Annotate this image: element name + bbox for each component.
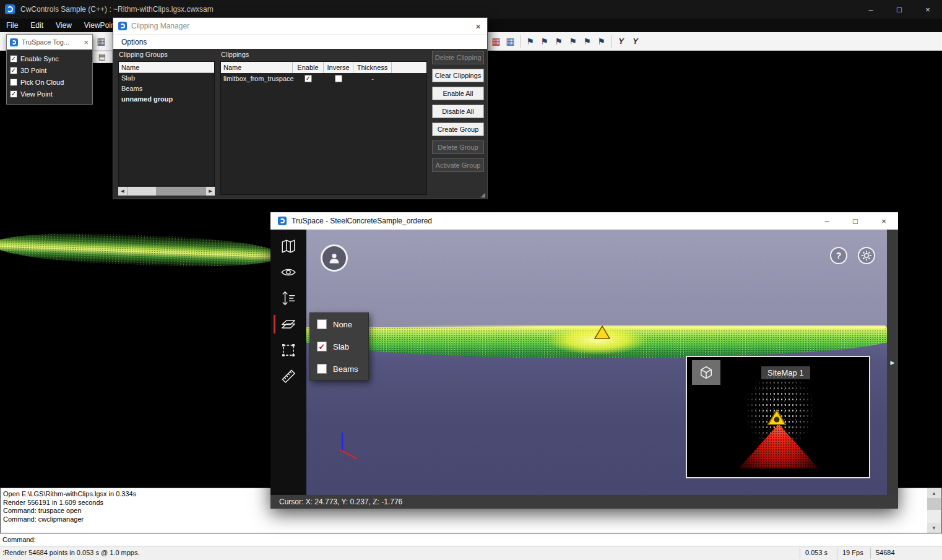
- resize-grip[interactable]: ◢: [480, 191, 485, 198]
- truspace-minimize-button[interactable]: –: [813, 212, 841, 230]
- toggle-3d-point[interactable]: ✓ 3D Point: [7, 64, 92, 76]
- sidebar-item-clipping[interactable]: [270, 311, 306, 337]
- disable-all-button[interactable]: Disable All: [432, 105, 484, 118]
- toggle-view-point[interactable]: ✓ View Point: [7, 88, 92, 100]
- toolbar-clip-icon-3[interactable]: ⚑: [551, 32, 566, 51]
- enable-all-button[interactable]: Enable All: [432, 87, 484, 100]
- clip-option-slab[interactable]: ✓ Slab: [310, 335, 368, 358]
- menu-item-view[interactable]: View: [50, 21, 78, 30]
- beams-checkbox[interactable]: [317, 364, 327, 374]
- sitemap-cube-button[interactable]: [692, 360, 720, 385]
- toolbar-clip-icon-1[interactable]: ⚑: [523, 32, 537, 51]
- toolbar-partial-icon[interactable]: ▦: [94, 32, 108, 51]
- scroll-thumb[interactable]: [127, 187, 156, 196]
- scroll-up-icon[interactable]: ▲: [927, 488, 941, 498]
- toolbar-pick-icon-1[interactable]: Y: [614, 32, 628, 51]
- toggle-enable-sync[interactable]: ✓ Enable Sync: [7, 53, 92, 64]
- truspace-maximize-button[interactable]: □: [841, 212, 870, 230]
- axis-indicator: [337, 431, 358, 461]
- sidebar-item-view[interactable]: [270, 259, 306, 285]
- desktop: CwControls Sample (C++) : ~Rithm-withCli…: [0, 0, 942, 560]
- toolbar-pick-icon-2[interactable]: Y: [628, 32, 642, 51]
- scroll-left-icon[interactable]: ◀: [118, 187, 127, 196]
- gear-icon: [861, 250, 872, 261]
- limitbox-icon: [280, 342, 296, 358]
- group-row-unnamed[interactable]: unnamed group: [119, 94, 214, 105]
- truspace-statusbar: Cursor: X: 24.773, Y: 0.237, Z: -1.776: [270, 495, 898, 509]
- pano-view-button[interactable]: [321, 244, 348, 272]
- toolbar-clip-icon-2[interactable]: ⚑: [537, 32, 551, 51]
- clipping-manager-titlebar[interactable]: Clipping Manager ×: [113, 18, 487, 34]
- toolbar-separator: [520, 35, 521, 48]
- activate-group-button[interactable]: Activate Group: [432, 158, 484, 172]
- groups-horizontal-scrollbar[interactable]: ◀ ▶: [118, 187, 215, 196]
- cube-icon: [699, 365, 714, 380]
- none-checkbox[interactable]: [317, 319, 327, 329]
- scroll-thumb[interactable]: [927, 498, 941, 510]
- truspace-close-button[interactable]: ×: [870, 212, 898, 230]
- clipping-manager-menubar: Options: [113, 34, 487, 49]
- toggles-close-button[interactable]: ×: [84, 35, 89, 50]
- enable-sync-checkbox[interactable]: ✓: [10, 55, 17, 62]
- sitemap-inset[interactable]: SiteMap 1: [686, 356, 870, 478]
- sidebar-item-elevation[interactable]: [270, 285, 306, 311]
- thickness-value: -: [353, 75, 392, 82]
- scroll-down-icon[interactable]: ▼: [927, 523, 941, 533]
- truspace-titlebar[interactable]: TruSpace - SteelConcreteSample_ordered –…: [270, 212, 898, 230]
- toggle-pick-on-cloud[interactable]: Pick On Cloud: [7, 76, 92, 88]
- sidebar-item-limitbox[interactable]: [270, 337, 306, 363]
- clipping-row[interactable]: limitbox_from_truspace ✓ -: [221, 73, 426, 84]
- group-row-slab[interactable]: Slab: [119, 73, 214, 84]
- group-row-beams[interactable]: Beams: [119, 84, 214, 94]
- delete-group-button[interactable]: Delete Group: [432, 140, 484, 154]
- create-group-button[interactable]: Create Group: [432, 123, 484, 136]
- scroll-right-icon[interactable]: ▶: [206, 187, 215, 196]
- slab-checkbox[interactable]: ✓: [317, 342, 327, 351]
- settings-button[interactable]: [858, 247, 875, 264]
- truspace-viewport[interactable]: ?: [306, 230, 887, 495]
- site-position-marker[interactable]: [594, 325, 610, 340]
- enable-checkbox[interactable]: ✓: [305, 75, 312, 82]
- sidebar-item-measure[interactable]: [270, 363, 306, 389]
- menu-item-edit[interactable]: Edit: [24, 21, 50, 30]
- console-scrollbar[interactable]: ▲ ▼: [927, 488, 941, 533]
- app-icon: [5, 4, 15, 14]
- menu-item-file[interactable]: File: [0, 21, 24, 30]
- clip-option-beams[interactable]: Beams: [310, 358, 368, 380]
- toolbar-clip-icon-4[interactable]: ⚑: [566, 32, 580, 51]
- pick-on-cloud-checkbox[interactable]: [10, 79, 17, 86]
- toggles-panel-icon: [10, 38, 18, 46]
- menu-item-options[interactable]: Options: [121, 38, 147, 46]
- sitemap-position-marker[interactable]: [767, 409, 786, 426]
- 3d-point-checkbox[interactable]: ✓: [10, 67, 17, 74]
- toolbar-table-blue-icon[interactable]: ▦: [503, 32, 517, 51]
- minimize-button[interactable]: –: [857, 0, 885, 19]
- clipping-manager-close-button[interactable]: ×: [475, 18, 481, 34]
- clipping-name: limitbox_from_truspace: [221, 75, 293, 82]
- toolbar-clip-icon-6[interactable]: ⚑: [594, 32, 608, 51]
- toolbar-table-red-icon[interactable]: ▦: [489, 32, 503, 51]
- close-button[interactable]: ×: [914, 0, 942, 19]
- side-panel-toggle[interactable]: ▶: [887, 230, 898, 495]
- toggles-panel-titlebar[interactable]: TruSpace Tog... ×: [7, 35, 92, 50]
- inverse-checkbox[interactable]: [335, 75, 342, 82]
- delete-clipping-button[interactable]: Delete Clipping: [432, 51, 484, 64]
- sidebar-item-sitemap[interactable]: [270, 233, 306, 259]
- toolbar-extra-icon[interactable]: ▤: [92, 51, 113, 63]
- clip-option-none[interactable]: None: [310, 313, 368, 335]
- toggle-label: Enable Sync: [20, 55, 59, 62]
- maximize-button[interactable]: □: [885, 0, 914, 19]
- clear-clippings-button[interactable]: Clear Clippings: [432, 69, 484, 82]
- main-titlebar[interactable]: CwControls Sample (C++) : ~Rithm-withCli…: [0, 0, 942, 19]
- clipping-groups-label: Clipping Groups: [119, 51, 168, 58]
- toolbar-clip-icon-5[interactable]: ⚑: [580, 32, 594, 51]
- toggle-label: View Point: [20, 90, 53, 98]
- clippings-header-name: Name: [221, 62, 293, 73]
- status-bar: :Render 54684 points in 0.053 s @ 1.0 mp…: [0, 546, 942, 560]
- status-separator: [800, 548, 800, 559]
- command-row[interactable]: Command:: [0, 533, 942, 546]
- scroll-track[interactable]: [156, 187, 206, 196]
- help-button[interactable]: ?: [830, 247, 847, 264]
- clipping-groups-list: Name Slab Beams unnamed group: [118, 61, 215, 186]
- view-point-checkbox[interactable]: ✓: [10, 90, 17, 98]
